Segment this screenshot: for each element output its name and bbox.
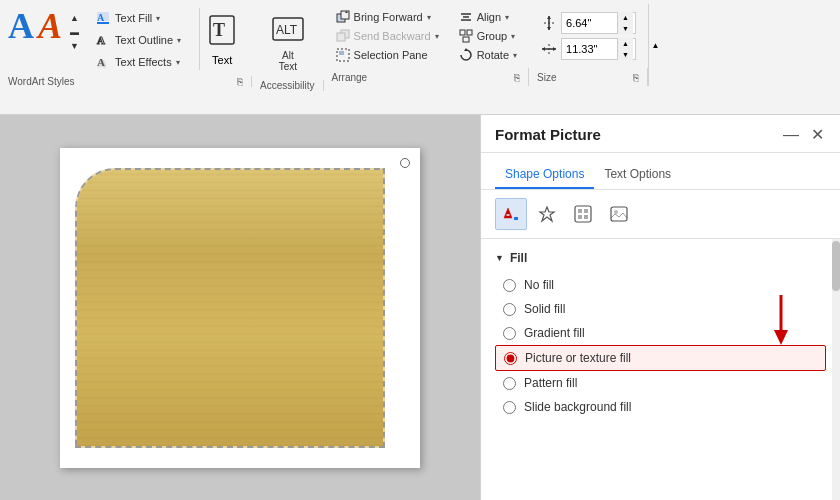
bring-forward-button[interactable]: Bring Forward ▾ [332,8,443,26]
rotate-button[interactable]: Rotate ▾ [455,46,521,64]
text-outline-icon: A [95,32,111,48]
width-decrement[interactable]: ▼ [617,49,633,60]
pattern-fill-label: Pattern fill [524,376,577,390]
gradient-fill-radio[interactable] [503,327,516,340]
solid-fill-label: Solid fill [524,302,565,316]
svg-marker-40 [774,330,788,345]
height-icon [541,15,557,31]
fill-section: ▼ Fill No fill Solid fill Gradient fill [481,239,840,427]
width-increment[interactable]: ▲ [617,38,633,49]
align-button[interactable]: Align ▾ [455,8,521,26]
svg-marker-27 [542,47,545,51]
group-button[interactable]: Group ▾ [455,27,521,45]
text-effects-dropdown: ▾ [176,58,180,67]
tab-shape-options[interactable]: Shape Options [495,161,594,189]
size-section-bottom: Size ⎘ [529,68,648,86]
pattern-fill-option[interactable]: Pattern fill [495,371,826,395]
send-backward-dropdown: ▾ [435,32,439,41]
svg-rect-30 [514,217,518,220]
send-backward-button[interactable]: Send Backward ▾ [332,27,443,45]
accessibility-section-label: Accessibility [260,80,314,91]
svg-rect-19 [467,30,472,35]
svg-text:A: A [97,56,105,68]
arrange-section-label: Arrange [332,72,368,83]
panel-icon-row [481,190,840,239]
bring-forward-dropdown: ▾ [427,13,431,22]
wordart-letter-a-blue[interactable]: A [8,8,34,44]
wordart-scroll-down[interactable]: ▼ [68,40,81,52]
wordart-expand-icon[interactable]: ⎘ [237,76,243,87]
fill-header[interactable]: ▼ Fill [495,247,826,273]
svg-point-38 [614,210,618,214]
svg-rect-2 [97,22,109,24]
arrange-section: Bring Forward ▾ Send Backward ▾ Selectio… [324,4,529,86]
format-picture-panel: Format Picture — ✕ Shape Options Text Op… [480,115,840,500]
picture-fill-container: Picture or texture fill [495,345,826,371]
ribbon-collapse-button[interactable]: ▲ [648,4,662,86]
align-icon [459,10,473,24]
svg-rect-32 [575,206,591,222]
text-effects-label: Text Effects [115,56,172,68]
layout-icon-button[interactable] [567,198,599,230]
picture-icon-button[interactable] [603,198,635,230]
fill-line-icon-button[interactable] [495,198,527,230]
size-section: ▲ ▼ [529,4,648,86]
text-outline-button[interactable]: A Text Outline ▾ [89,30,187,50]
panel-minimize-button[interactable]: — [781,125,801,144]
scroll-thumb[interactable] [832,241,840,291]
text-outline-label: Text Outline [115,34,173,46]
panel-controls: — ✕ [781,125,826,144]
wordart-scroll-mid[interactable]: ▬ [68,26,81,38]
fill-label: Fill [510,251,527,265]
picture-fill-radio[interactable] [504,352,517,365]
text-effects-button[interactable]: A Text Effects ▾ [89,52,187,72]
red-arrow-indicator [766,290,796,353]
gradient-fill-label: Gradient fill [524,326,585,340]
alt-text-button[interactable]: ALT Alt Text [262,8,314,76]
panel-close-button[interactable]: ✕ [809,125,826,144]
arrange-expand-icon[interactable]: ⎘ [514,72,520,83]
text-fill-button[interactable]: A Text Fill ▾ [89,8,187,28]
text-fill-label: Text Fill [115,12,152,24]
svg-marker-23 [547,16,551,19]
height-input[interactable] [562,15,617,31]
text-label: Text [212,54,232,66]
svg-rect-33 [578,209,582,213]
arrange-section-bottom: Arrange ⎘ [324,68,529,86]
pattern-fill-radio[interactable] [503,377,516,390]
fill-expand-icon: ▼ [495,253,504,263]
selection-pane-icon [336,48,350,62]
slide-bg-fill-option[interactable]: Slide background fill [495,395,826,419]
group-icon [459,29,473,43]
picture-icon [609,204,629,224]
svg-marker-28 [553,47,556,51]
size-expand-icon[interactable]: ⎘ [633,72,639,83]
svg-rect-36 [584,215,588,219]
wordart-section-label: WordArt Styles [8,76,75,87]
shape-handle[interactable] [400,158,410,168]
svg-text:T: T [213,20,225,40]
selection-pane-button[interactable]: Selection Pane [332,46,443,64]
align-label: Align [477,11,501,23]
tab-text-options[interactable]: Text Options [594,161,681,189]
height-input-row: ▲ ▼ [541,12,636,34]
text-effects-icon: A [95,54,111,70]
selection-pane-label: Selection Pane [354,49,428,61]
shape-on-canvas[interactable] [75,168,385,448]
accessibility-section-bottom: Accessibility [252,80,323,91]
height-increment[interactable]: ▲ [617,12,633,23]
slide-bg-fill-label: Slide background fill [524,400,631,414]
height-decrement[interactable]: ▼ [617,23,633,34]
wordart-style-icons2: A [38,8,62,44]
slide-bg-radio[interactable] [503,401,516,414]
width-input[interactable] [562,41,617,57]
wordart-letter-a-orange[interactable]: A [38,8,62,44]
svg-rect-37 [611,207,627,221]
effects-icon-button[interactable] [531,198,563,230]
solid-fill-radio[interactable] [503,303,516,316]
wordart-scroll-up[interactable]: ▲ [68,12,81,24]
bring-forward-label: Bring Forward [354,11,423,23]
accessibility-section: ALT Alt Text Accessibility [252,4,323,86]
no-fill-radio[interactable] [503,279,516,292]
group-dropdown: ▾ [511,32,515,41]
